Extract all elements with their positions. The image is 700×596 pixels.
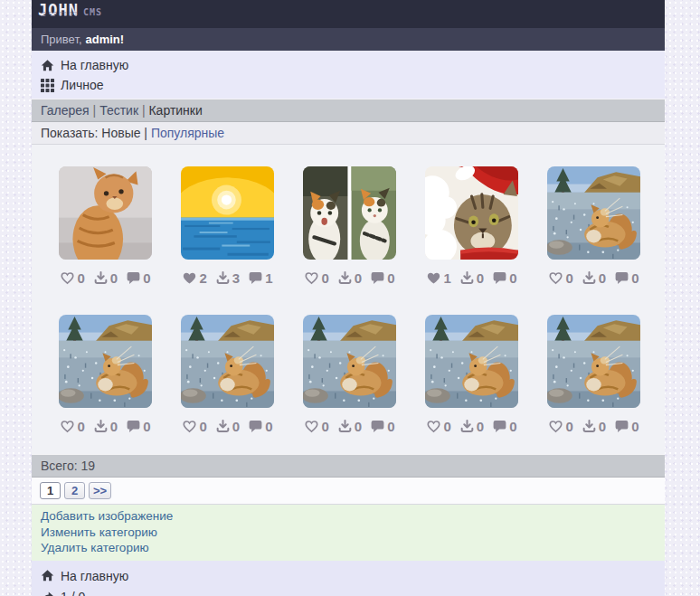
thumbnail-counters: 0 0 0 bbox=[425, 419, 518, 434]
comments-group: 0 bbox=[126, 270, 150, 286]
total-bar: Всего: 19 bbox=[32, 454, 665, 478]
download-icon bbox=[459, 419, 475, 434]
thumbnail-image[interactable] bbox=[181, 166, 274, 260]
gallery-item[interactable]: 0 0 0 bbox=[303, 166, 396, 286]
download-icon bbox=[93, 419, 109, 434]
heart-icon bbox=[60, 419, 75, 434]
page-button[interactable]: >> bbox=[89, 482, 111, 499]
action-link[interactable]: Изменить категорию bbox=[41, 525, 157, 539]
breadcrumb-links: Галерея | Тестик | Картинки bbox=[41, 103, 203, 118]
footer-counter-row: 1 / 0 bbox=[41, 590, 85, 596]
downloads-group: 3 bbox=[215, 270, 240, 286]
comment-icon bbox=[248, 270, 263, 286]
comment-icon bbox=[126, 419, 141, 434]
likes-group: 0 bbox=[548, 419, 572, 434]
download-icon bbox=[337, 270, 353, 286]
filter-options: Новые | Популярные bbox=[101, 126, 224, 140]
comment-count: 0 bbox=[631, 419, 639, 434]
gallery-item[interactable]: 0 0 0 bbox=[547, 166, 640, 286]
comment-icon bbox=[248, 419, 263, 434]
comments-group: 0 bbox=[614, 270, 639, 286]
gallery-item[interactable]: 0 0 0 bbox=[181, 315, 274, 434]
logo-reflection: JOHN bbox=[38, 9, 102, 16]
thumbnail-counters: 0 0 0 bbox=[59, 419, 152, 434]
greeting-bar: Привет, admin! bbox=[32, 28, 665, 51]
download-count: 0 bbox=[232, 419, 240, 434]
download-icon bbox=[93, 270, 109, 286]
download-count: 0 bbox=[110, 419, 118, 434]
action-link[interactable]: Добавить изображение bbox=[41, 509, 173, 523]
thumbnail-counters: 0 0 0 bbox=[547, 419, 640, 434]
thumbnail-image[interactable] bbox=[181, 315, 274, 408]
comment-count: 0 bbox=[631, 270, 639, 286]
thumbnail-image[interactable] bbox=[425, 166, 518, 260]
downloads-group: 0 bbox=[337, 270, 362, 286]
gallery-item[interactable]: 1 0 0 bbox=[425, 166, 518, 286]
heart-icon bbox=[304, 270, 319, 286]
likes-group: 0 bbox=[60, 419, 84, 434]
greeting-prefix: Привет, bbox=[41, 33, 82, 46]
breadcrumb-item[interactable]: Галерея bbox=[41, 103, 90, 118]
nav-personal-label: Личное bbox=[61, 78, 104, 92]
total-value: 19 bbox=[81, 459, 96, 473]
comments-group: 0 bbox=[492, 270, 516, 286]
page-button[interactable]: 2 bbox=[64, 482, 85, 499]
likes-group: 0 bbox=[304, 419, 328, 434]
likes-group: 0 bbox=[304, 270, 328, 286]
gallery-item[interactable]: 0 0 0 bbox=[547, 315, 640, 434]
download-count: 0 bbox=[355, 270, 362, 286]
download-icon bbox=[459, 270, 475, 286]
footer-home-link[interactable]: На главную bbox=[41, 569, 128, 583]
app-header: JOHN CMS JOHN bbox=[32, 0, 665, 28]
heart-icon bbox=[182, 419, 197, 434]
heart-icon bbox=[426, 419, 441, 434]
downloads-group: 0 bbox=[459, 270, 484, 286]
breadcrumb-item[interactable]: Тестик bbox=[99, 103, 138, 118]
thumbnail-image[interactable] bbox=[547, 315, 640, 408]
thumbnail-counters: 0 0 0 bbox=[303, 270, 396, 286]
footer-counter: 1 / 0 bbox=[61, 590, 85, 596]
like-count: 0 bbox=[321, 270, 328, 286]
thumbnail-counters: 2 3 1 bbox=[181, 270, 274, 286]
nav-personal-link[interactable]: Личное bbox=[41, 78, 104, 92]
thumbnail-counters: 0 0 0 bbox=[547, 270, 640, 286]
download-count: 3 bbox=[232, 270, 240, 286]
thumbnail-counters: 0 0 0 bbox=[303, 419, 396, 434]
heart-icon bbox=[304, 419, 319, 434]
downloads-group: 0 bbox=[459, 419, 484, 434]
thumbnail-image[interactable] bbox=[425, 315, 518, 408]
gallery-item[interactable]: 2 3 1 bbox=[181, 166, 274, 286]
action-link[interactable]: Удалить категорию bbox=[41, 541, 149, 554]
thumbnail-image[interactable] bbox=[59, 315, 152, 408]
app-logo[interactable]: JOHN CMS JOHN bbox=[38, 4, 102, 28]
comment-icon bbox=[370, 270, 385, 286]
footer-home-label: На главную bbox=[61, 569, 128, 583]
filter-option: Новые bbox=[101, 126, 140, 140]
downloads-group: 0 bbox=[93, 419, 118, 434]
download-count: 0 bbox=[355, 419, 362, 434]
like-count: 0 bbox=[443, 419, 450, 434]
filter-option[interactable]: Популярные bbox=[151, 126, 224, 140]
download-icon bbox=[337, 419, 353, 434]
thumbnail-image[interactable] bbox=[547, 166, 640, 260]
thumbnail-image[interactable] bbox=[303, 315, 396, 408]
heart-icon bbox=[548, 419, 563, 434]
comments-group: 0 bbox=[614, 419, 639, 434]
like-count: 0 bbox=[77, 419, 84, 434]
thumbnail-image[interactable] bbox=[59, 166, 152, 260]
gallery-item[interactable]: 0 0 0 bbox=[303, 315, 396, 434]
comment-count: 0 bbox=[509, 419, 516, 434]
thumbnail-image[interactable] bbox=[303, 166, 396, 260]
comments-group: 0 bbox=[492, 419, 516, 434]
share-arrow-icon bbox=[41, 590, 54, 596]
gallery-item[interactable]: 0 0 0 bbox=[59, 315, 152, 434]
gallery-item[interactable]: 0 0 0 bbox=[59, 166, 152, 286]
heart-icon bbox=[548, 270, 563, 286]
downloads-group: 0 bbox=[215, 419, 240, 434]
nav-home-link[interactable]: На главную bbox=[41, 58, 128, 72]
download-count: 0 bbox=[599, 419, 606, 434]
gallery-item[interactable]: 0 0 0 bbox=[425, 315, 518, 434]
page-button[interactable]: 1 bbox=[40, 482, 61, 499]
likes-group: 2 bbox=[182, 270, 206, 286]
comments-group: 0 bbox=[248, 419, 272, 434]
